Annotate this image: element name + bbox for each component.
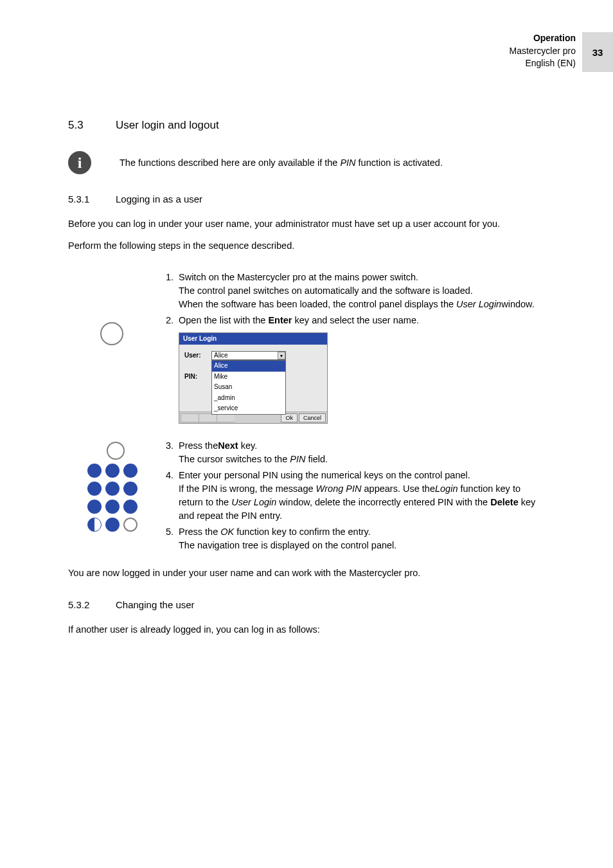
header-text-block: Operation Mastercycler pro English (EN) — [510, 32, 582, 70]
step-5: 5. Press the OK function key to confirm … — [164, 525, 544, 552]
step-3a-pre: Press the — [179, 440, 218, 451]
step-list-2: 3. Press theNext key. The cursor switche… — [164, 439, 544, 555]
dropdown-option-mike[interactable]: Mike — [212, 372, 285, 383]
step-4b-mid3: window, delete the incorrectly entered P… — [276, 497, 490, 507]
step-4-body: Enter your personal PIN using the numeri… — [179, 469, 544, 523]
info-suffix: function is activated. — [356, 158, 443, 168]
step-5-num: 5. — [164, 525, 179, 552]
step-2-post: key and select the user name. — [292, 315, 419, 325]
step-3a-post: key. — [238, 440, 258, 451]
step-3b-post: field. — [305, 454, 328, 464]
header-section: Operation — [510, 32, 576, 45]
step-4b-i2: Login — [435, 484, 458, 494]
step-3b-italic: PIN — [290, 454, 305, 464]
step-1-line-a: Switch on the Mastercycler pro at the ma… — [179, 272, 418, 282]
step-1-c-italic: User Login — [456, 299, 501, 309]
section-5-3-2-heading: 5.3.2 Changing the user — [68, 599, 544, 610]
step-5-body: Press the OK function key to confirm the… — [179, 525, 544, 552]
step-1: 1. Switch on the Mastercycler pro at the… — [164, 271, 544, 311]
user-dropdown[interactable]: Alice Mike Susan _admin _service — [211, 360, 286, 415]
keypad-icon — [87, 439, 140, 532]
step-2: 2. Open the list with the Enter key and … — [164, 314, 544, 424]
section-number: 5.3 — [68, 119, 116, 132]
step-4b-pre: If the PIN is wrong, the message — [179, 484, 316, 494]
step-block-1: 1. Switch on the Mastercycler pro at the… — [68, 271, 544, 427]
step-1-c-pre: When the software has been loaded, the c… — [179, 299, 456, 309]
step-1-num: 1. — [164, 271, 179, 311]
dialog-user-row: User: Alice ▼ Alice Mike S — [184, 351, 322, 361]
step-4b-i3: User Login — [231, 497, 276, 507]
subsection-532-title: Changing the user — [116, 599, 195, 610]
paragraph-intro-2: Perform the following steps in the seque… — [68, 239, 544, 252]
dropdown-option-admin[interactable]: _admin — [212, 393, 285, 404]
user-select[interactable]: Alice ▼ — [211, 351, 286, 360]
subsection-532-number: 5.3.2 — [68, 599, 116, 610]
pin-label: PIN: — [184, 372, 211, 382]
step-4: 4. Enter your personal PIN using the num… — [164, 469, 544, 523]
paragraph-change-user: If another user is already logged in, yo… — [68, 623, 544, 636]
paragraph-intro-1: Before you can log in under your user na… — [68, 217, 544, 230]
step-3: 3. Press theNext key. The cursor switche… — [164, 439, 544, 466]
user-select-value: Alice — [214, 351, 228, 361]
enter-key-icon — [100, 322, 123, 345]
step-2-pre: Open the list with the — [179, 315, 268, 325]
step-icon-col-1 — [68, 271, 164, 427]
keypad-top-circle-icon — [107, 442, 125, 460]
dialog-status-cells — [181, 413, 280, 422]
step-4b-bold: Delete — [490, 497, 519, 507]
paragraph-logged-in: You are now logged in under your user na… — [68, 566, 544, 579]
subsection-number: 5.3.1 — [68, 194, 116, 204]
step-5a-italic: OK — [220, 527, 234, 537]
dropdown-arrow-icon[interactable]: ▼ — [278, 352, 285, 359]
step-icon-col-2 — [68, 439, 164, 555]
step-4a: Enter your personal PIN using the numeri… — [179, 470, 470, 480]
header-product: Mastercycler pro — [510, 45, 576, 58]
info-pin: PIN — [340, 158, 355, 168]
dropdown-option-susan[interactable]: Susan — [212, 382, 285, 393]
step-1-body: Switch on the Mastercycler pro at the ma… — [179, 271, 544, 311]
step-3a-bold: Next — [218, 440, 238, 451]
cancel-button[interactable]: Cancel — [299, 413, 326, 422]
step-list-1: 1. Switch on the Mastercycler pro at the… — [164, 271, 544, 427]
step-3b-pre: The cursor switches to the — [179, 454, 290, 464]
user-login-dialog: User Login User: Alice ▼ — [179, 332, 328, 424]
section-5-3-heading: 5.3 User login and logout — [68, 119, 544, 132]
step-3-body: Press theNext key. The cursor switches t… — [179, 439, 544, 466]
dropdown-option-alice[interactable]: Alice — [212, 361, 285, 372]
info-icon-wrap: i — [68, 151, 120, 174]
step-4b-i1: Wrong PIN — [316, 484, 362, 494]
subsection-title: Logging in as a user — [116, 194, 202, 204]
step-4-num: 4. — [164, 469, 179, 523]
section-5-3-1-heading: 5.3.1 Logging in as a user — [68, 194, 544, 204]
page-number: 33 — [582, 32, 613, 72]
ok-button[interactable]: Ok — [281, 413, 298, 422]
step-1-c-post: window. — [501, 299, 535, 309]
info-note-text: The functions described here are only av… — [120, 158, 443, 168]
user-label: User: — [184, 351, 211, 361]
dialog-titlebar: User Login — [179, 333, 327, 345]
step-4b-mid1: appears. Use the — [362, 484, 435, 494]
step-block-2: 3. Press theNext key. The cursor switche… — [68, 439, 544, 555]
step-5b: The navigation tree is displayed on the … — [179, 540, 396, 550]
step-5a-pre: Press the — [179, 527, 220, 537]
info-icon: i — [68, 151, 91, 174]
info-prefix: The functions described here are only av… — [120, 158, 340, 168]
step-2-body: Open the list with the Enter key and sel… — [179, 314, 544, 424]
dropdown-option-service[interactable]: _service — [212, 403, 285, 414]
header-language: English (EN) — [510, 57, 576, 70]
step-2-num: 2. — [164, 314, 179, 424]
info-note: i The functions described here are only … — [68, 151, 544, 174]
step-5a-post: function key to confirm the entry. — [234, 527, 371, 537]
step-2-bold: Enter — [268, 315, 292, 325]
dialog-body: User: Alice ▼ Alice Mike S — [179, 345, 327, 411]
section-title: User login and logout — [116, 119, 219, 132]
step-1-line-b: The control panel switches on automatica… — [179, 285, 473, 296]
step-3-num: 3. — [164, 439, 179, 466]
user-select-wrap: Alice ▼ Alice Mike Susan _admin _service — [211, 351, 322, 360]
page-content: 5.3 User login and logout i The function… — [68, 119, 544, 645]
page-header: Operation Mastercycler pro English (EN) … — [510, 32, 613, 72]
